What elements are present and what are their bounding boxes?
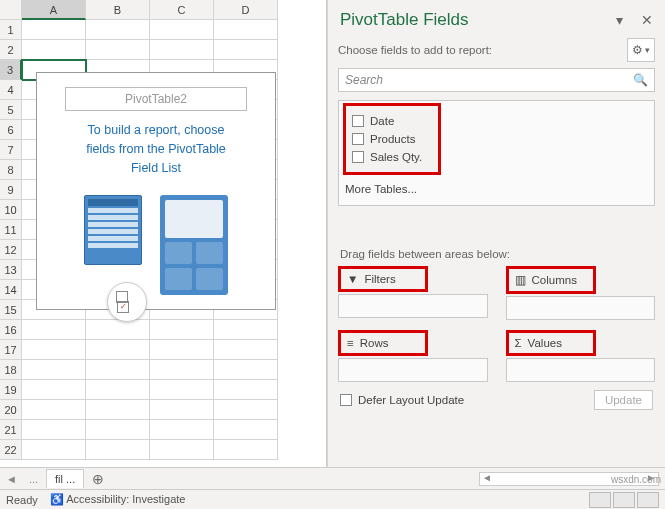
checkbox[interactable]: [352, 151, 364, 163]
cell[interactable]: [150, 360, 214, 380]
row-header[interactable]: 19: [0, 380, 22, 400]
row-header[interactable]: 20: [0, 400, 22, 420]
cell[interactable]: [150, 380, 214, 400]
filters-drop-area[interactable]: [338, 294, 488, 318]
values-drop-area[interactable]: [506, 358, 656, 382]
pane-subtitle: Choose fields to add to report:: [338, 44, 492, 56]
checkbox[interactable]: [352, 133, 364, 145]
view-normal[interactable]: [589, 492, 611, 508]
cell[interactable]: [86, 320, 150, 340]
row-header[interactable]: 6: [0, 120, 22, 140]
cell[interactable]: [22, 440, 86, 460]
column-header[interactable]: D: [214, 0, 278, 20]
cell[interactable]: [150, 420, 214, 440]
cell[interactable]: [86, 360, 150, 380]
rows-area-header: ≡Rows: [338, 330, 428, 356]
row-header[interactable]: 18: [0, 360, 22, 380]
cell[interactable]: [22, 340, 86, 360]
row-header[interactable]: 3: [0, 60, 22, 80]
chevron-down-icon: ▾: [645, 45, 650, 55]
row-header[interactable]: 21: [0, 420, 22, 440]
cell[interactable]: [86, 400, 150, 420]
sheet-tab[interactable]: fil ...: [46, 469, 84, 488]
cell[interactable]: [214, 40, 278, 60]
cell[interactable]: [214, 320, 278, 340]
pivottable-placeholder[interactable]: PivotTable2 To build a report, choose fi…: [36, 72, 276, 310]
column-header[interactable]: C: [150, 0, 214, 20]
row-header[interactable]: 9: [0, 180, 22, 200]
row-header[interactable]: 13: [0, 260, 22, 280]
sheet-tab-bar: ◄ ... fil ... ⊕: [0, 467, 665, 489]
cell[interactable]: [214, 400, 278, 420]
cell[interactable]: [150, 40, 214, 60]
fields-list: Date Products Sales Qty.: [343, 103, 441, 175]
cell[interactable]: [214, 380, 278, 400]
cell[interactable]: [150, 440, 214, 460]
row-header[interactable]: 22: [0, 440, 22, 460]
add-sheet-button[interactable]: ⊕: [84, 471, 112, 487]
row-header[interactable]: 12: [0, 240, 22, 260]
cell[interactable]: [150, 20, 214, 40]
cell[interactable]: [22, 380, 86, 400]
cell[interactable]: [214, 420, 278, 440]
field-item[interactable]: Products: [352, 130, 432, 148]
more-tables-link[interactable]: More Tables...: [343, 175, 650, 199]
update-button[interactable]: Update: [594, 390, 653, 410]
row-header[interactable]: 17: [0, 340, 22, 360]
cell[interactable]: [214, 20, 278, 40]
cell[interactable]: [22, 40, 86, 60]
rows-drop-area[interactable]: [338, 358, 488, 382]
cell[interactable]: [22, 360, 86, 380]
pane-title: PivotTable Fields: [340, 10, 469, 30]
cell[interactable]: [150, 340, 214, 360]
search-input[interactable]: Search 🔍: [338, 68, 655, 92]
pane-menu-icon[interactable]: ▾: [616, 12, 623, 28]
status-ready: Ready: [6, 494, 38, 506]
cell[interactable]: [22, 320, 86, 340]
columns-icon: ▥: [515, 273, 526, 287]
defer-label: Defer Layout Update: [358, 394, 464, 406]
cell[interactable]: [214, 440, 278, 460]
tab-nav-prev[interactable]: ◄: [0, 473, 23, 485]
cell[interactable]: [86, 440, 150, 460]
row-header[interactable]: 15: [0, 300, 22, 320]
tools-button[interactable]: ⚙▾: [627, 38, 655, 62]
cell[interactable]: [22, 400, 86, 420]
values-area-header: ΣValues: [506, 330, 596, 356]
cell[interactable]: [150, 320, 214, 340]
status-bar: Ready ♿ Accessibility: Investigate: [0, 489, 665, 509]
checkbox[interactable]: [352, 115, 364, 127]
row-header[interactable]: 11: [0, 220, 22, 240]
cell[interactable]: [86, 20, 150, 40]
row-header[interactable]: 4: [0, 80, 22, 100]
field-item[interactable]: Sales Qty.: [352, 148, 432, 166]
column-header[interactable]: B: [86, 0, 150, 20]
cell[interactable]: [22, 420, 86, 440]
cell[interactable]: [214, 340, 278, 360]
view-page-layout[interactable]: [613, 492, 635, 508]
view-page-break[interactable]: [637, 492, 659, 508]
row-header[interactable]: 2: [0, 40, 22, 60]
columns-drop-area[interactable]: [506, 296, 656, 320]
tab-nav-more[interactable]: ...: [23, 473, 44, 485]
cell[interactable]: [86, 380, 150, 400]
cell[interactable]: [86, 340, 150, 360]
row-header[interactable]: 16: [0, 320, 22, 340]
row-header[interactable]: 14: [0, 280, 22, 300]
watermark: wsxdn.com: [611, 474, 661, 485]
field-item[interactable]: Date: [352, 112, 432, 130]
cell[interactable]: [150, 400, 214, 420]
row-header[interactable]: 8: [0, 160, 22, 180]
column-header[interactable]: A: [22, 0, 86, 20]
defer-checkbox[interactable]: [340, 394, 352, 406]
row-header[interactable]: 10: [0, 200, 22, 220]
row-header[interactable]: 7: [0, 140, 22, 160]
cell[interactable]: [22, 20, 86, 40]
accessibility-status[interactable]: ♿ Accessibility: Investigate: [50, 493, 186, 506]
close-icon[interactable]: ✕: [641, 12, 653, 28]
cell[interactable]: [86, 40, 150, 60]
cell[interactable]: [214, 360, 278, 380]
cell[interactable]: [86, 420, 150, 440]
row-header[interactable]: 1: [0, 20, 22, 40]
row-header[interactable]: 5: [0, 100, 22, 120]
